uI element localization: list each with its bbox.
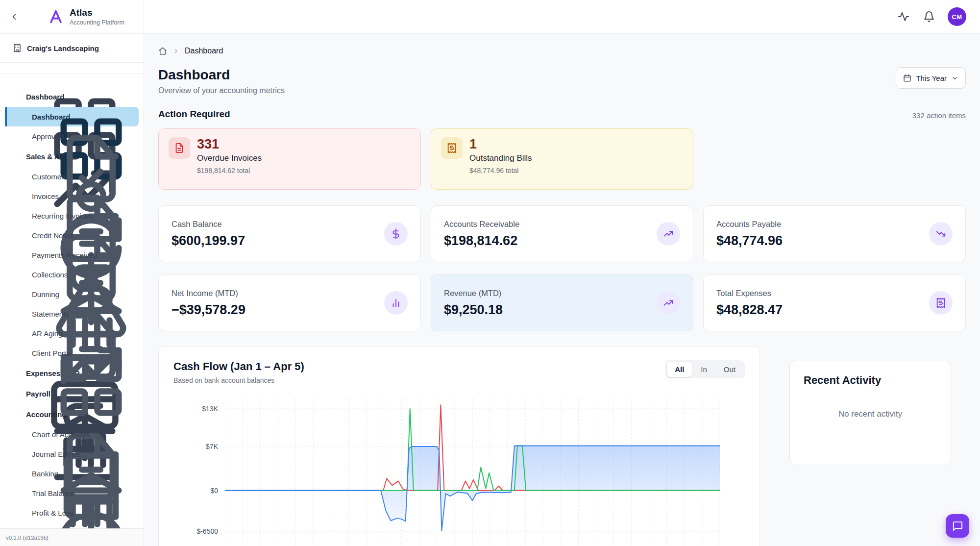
- app-version: v0.1.0 (d12a19b): [0, 528, 144, 546]
- sidebar-item-trial-balance[interactable]: Trial Balance: [7, 483, 139, 503]
- metric-value: $48,828.47: [716, 302, 783, 318]
- toggle-in-button[interactable]: In: [693, 362, 715, 377]
- sidebar-divider: [0, 63, 144, 74]
- sidebar-item-label: Approvals: [32, 132, 65, 141]
- page-title: Dashboard: [158, 67, 285, 83]
- dollar-icon: [384, 222, 408, 246]
- sidebar-group-dashboard[interactable]: Dashboard: [0, 86, 144, 107]
- metric-label: Accounts Receivable: [444, 220, 519, 229]
- metric-card-revenue: Revenue (MTD) $9,250.18: [431, 274, 693, 331]
- overdue-invoices-alert-card[interactable]: 331 Overdue Invoices $198,814.62 total: [158, 128, 421, 190]
- bars-icon: [384, 291, 408, 315]
- user-avatar[interactable]: CM: [948, 7, 966, 26]
- sidebar-item-label: AR Aging: [32, 329, 63, 338]
- doc-icon: [169, 137, 190, 159]
- sidebar-item-label: Dashboard: [32, 113, 70, 121]
- overdue-invoices-count: 331: [197, 137, 262, 152]
- metric-value: $198,814.62: [444, 233, 519, 248]
- grid-icon: [11, 92, 21, 101]
- sidebar-item-label: Statements: [32, 310, 69, 318]
- sidebar-item-journal-entries[interactable]: Journal Entries: [7, 444, 139, 464]
- user-icon: [18, 172, 26, 181]
- sidebar-item-label: Client Portal: [32, 349, 72, 357]
- grid-icon: [18, 348, 26, 357]
- bars-icon: [18, 489, 26, 497]
- chevron-right-icon: [172, 48, 179, 54]
- doc-icon: [18, 309, 26, 318]
- sidebar-item-statements[interactable]: Statements: [7, 304, 139, 323]
- sidebar-item-ar-aging[interactable]: AR Aging: [7, 323, 139, 343]
- sidebar-item-label: Payments Received: [32, 251, 97, 259]
- trend-up-icon: [18, 329, 26, 338]
- trend-down-icon: [929, 222, 953, 246]
- chat-icon: [952, 521, 963, 532]
- sidebar-item-payments-received[interactable]: Payments Received: [7, 245, 139, 265]
- sidebar-item-label: Recurring Invoices: [32, 212, 93, 220]
- sidebar-item-client-portal[interactable]: Client Portal: [7, 343, 139, 363]
- metric-card-accounts-payable: Accounts Payable $48,774.96: [703, 205, 966, 262]
- sidebar-item-approvals[interactable]: Approvals: [7, 126, 139, 146]
- sidebar-item-profit-loss[interactable]: Profit & Loss: [7, 503, 139, 522]
- sidebar-item-label: Banking: [32, 470, 58, 478]
- pie-icon: [18, 508, 26, 517]
- sidebar-item-label: Customers: [32, 173, 68, 181]
- trend-up-icon: [657, 222, 680, 246]
- atlas-logo-icon: [46, 7, 66, 26]
- period-select-value: This Year: [916, 74, 947, 82]
- collapse-sidebar-button[interactable]: [7, 9, 22, 24]
- sidebar-item-invoices[interactable]: Invoices: [7, 186, 139, 206]
- activity-icon[interactable]: [897, 10, 910, 24]
- sidebar-item-recurring-invoices[interactable]: Recurring Invoices: [7, 206, 139, 225]
- y-axis-tick-label: $7K: [206, 443, 218, 450]
- app-name: Atlas: [70, 7, 124, 18]
- notifications-bell-icon[interactable]: [922, 10, 936, 24]
- y-axis-tick-label: $-6500: [196, 527, 218, 535]
- sidebar-item-dunning[interactable]: Dunning: [7, 284, 139, 304]
- cash-flow-chart: [225, 399, 720, 546]
- period-select[interactable]: This Year: [896, 67, 966, 89]
- y-axis-tick-label: $0: [210, 487, 218, 495]
- alert-total: $198,814.62 total: [197, 167, 262, 174]
- chat-fab-button[interactable]: [946, 514, 969, 538]
- doc-icon: [18, 430, 26, 439]
- trend-up-icon: [657, 291, 680, 315]
- sidebar-item-credit-notes[interactable]: Credit Notes: [7, 225, 139, 245]
- alert-label: Outstanding Bills: [469, 153, 532, 163]
- sidebar-item-dashboard[interactable]: Dashboard: [7, 107, 139, 126]
- sidebar-item-label: Invoices: [32, 192, 59, 200]
- sidebar-item-customers[interactable]: Customers: [7, 167, 139, 186]
- recent-activity-card: Recent Activity No recent activity: [789, 361, 951, 465]
- sidebar-item-label: Chart of Accounts: [32, 430, 90, 439]
- outstanding-bills-alert-card[interactable]: 1 Outstanding Bills $48,774.96 total: [431, 128, 693, 190]
- metric-card-cash-balance: Cash Balance $600,199.97: [158, 205, 421, 262]
- breadcrumb-current: Dashboard: [185, 47, 223, 55]
- building-icon: [13, 44, 22, 52]
- doc-icon: [18, 192, 26, 200]
- sidebar-item-label: Credit Notes: [32, 231, 73, 240]
- metric-label: Cash Balance: [172, 220, 245, 229]
- org-selector[interactable]: Craig's Landscaping: [0, 34, 144, 63]
- action-required-title: Action Required: [158, 109, 230, 120]
- toggle-out-button[interactable]: Out: [716, 362, 743, 377]
- calendar-icon: [903, 74, 911, 82]
- grid-icon: [18, 112, 26, 121]
- toggle-all-button[interactable]: All: [667, 362, 692, 377]
- cash-flow-title: Cash Flow (Jan 1 – Apr 5): [173, 360, 304, 373]
- sidebar-item-banking[interactable]: Banking: [7, 464, 139, 483]
- alert-label: Overdue Invoices: [197, 153, 262, 163]
- sidebar-item-chart-of-accounts[interactable]: Chart of Accounts: [7, 424, 139, 444]
- metric-card-total-expenses: Total Expenses $48,828.47: [703, 274, 966, 331]
- cash-flow-filter-toggle: All In Out: [665, 360, 745, 378]
- metric-card-accounts-receivable: Accounts Receivable $198,814.62: [431, 205, 693, 262]
- home-icon[interactable]: [158, 47, 167, 55]
- metric-label: Total Expenses: [716, 289, 783, 298]
- sidebar-header: Atlas Accounting Platform: [0, 0, 144, 34]
- metric-label: Revenue (MTD): [444, 289, 503, 298]
- recent-activity-empty: No recent activity: [804, 409, 937, 419]
- receipt-icon: [441, 137, 463, 159]
- sidebar-item-label: Dunning: [32, 290, 59, 298]
- sidebar-item-collections[interactable]: Collections: [7, 265, 139, 284]
- sidebar-item-balance-sheet[interactable]: Balance Sheet: [7, 522, 139, 528]
- sidebar-item-label: Profit & Loss: [32, 509, 74, 517]
- dollar-icon: [18, 250, 26, 259]
